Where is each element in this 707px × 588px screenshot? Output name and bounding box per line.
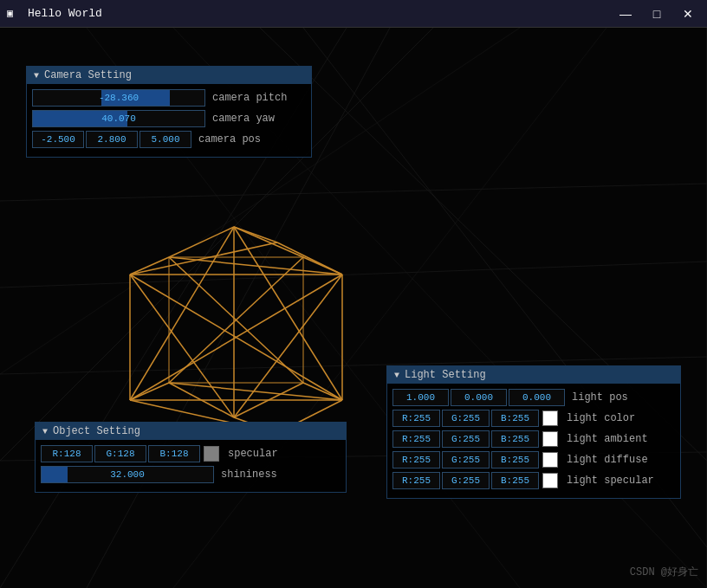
shininess-row: 32.000 shininess xyxy=(41,466,341,483)
svg-line-39 xyxy=(234,227,342,400)
light-color-label: light color xyxy=(567,412,635,424)
camera-pitch-input[interactable]: -28.360 xyxy=(32,89,205,107)
camera-pos-row: -2.500 2.800 5.000 camera pos xyxy=(32,131,306,148)
camera-pos-z-input[interactable]: 5.000 xyxy=(139,131,191,148)
light-panel-arrow: ▼ xyxy=(394,371,399,380)
specular-row: R:128 G:128 B:128 specular xyxy=(41,445,341,462)
light-panel-title: Light Setting xyxy=(405,369,486,381)
light-diffuse-r-input[interactable]: R:255 xyxy=(392,451,440,468)
light-panel-content: 1.000 0.000 0.000 light pos R:255 G:2 xyxy=(387,384,680,498)
object-panel-arrow: ▼ xyxy=(42,427,48,436)
camera-yaw-input[interactable]: 40.070 xyxy=(32,110,205,127)
viewport: ▼ Camera Setting -28.360 camera pitch 40… xyxy=(0,28,707,588)
minimize-button[interactable]: — xyxy=(613,4,638,23)
light-diffuse-g-input[interactable]: G:255 xyxy=(442,451,490,468)
title-bar: ▣ Hello World — □ ✕ xyxy=(0,0,707,28)
object-panel-content: R:128 G:128 B:128 specular 32.000 shinin… xyxy=(36,440,346,492)
specular-label: specular xyxy=(228,448,278,460)
light-color-b-input[interactable]: B:255 xyxy=(491,410,539,427)
light-panel: ▼ Light Setting 1.000 0.000 0.000 light … xyxy=(386,365,681,499)
light-specular-b-input[interactable]: B:255 xyxy=(491,472,539,489)
light-diffuse-swatch[interactable] xyxy=(542,452,558,468)
camera-yaw-label: camera yaw xyxy=(212,113,275,125)
light-specular-row: R:255 G:255 B:255 light specular xyxy=(392,472,675,489)
svg-line-40 xyxy=(130,275,234,417)
light-diffuse-b-input[interactable]: B:255 xyxy=(491,451,539,468)
specular-g-input[interactable]: G:128 xyxy=(94,445,146,462)
object-panel-header: ▼ Object Setting xyxy=(36,423,346,440)
svg-line-1 xyxy=(0,262,707,288)
camera-pos-x-input[interactable]: -2.500 xyxy=(32,131,84,148)
watermark: CSDN @好身亡 xyxy=(630,565,698,579)
light-color-r-input[interactable]: R:255 xyxy=(392,410,440,427)
light-ambient-swatch[interactable] xyxy=(542,431,558,447)
svg-line-16 xyxy=(234,227,303,257)
specular-b-input[interactable]: B:128 xyxy=(148,445,200,462)
light-pos-row: 1.000 0.000 0.000 light pos xyxy=(392,389,675,406)
shininess-input[interactable]: 32.000 xyxy=(41,466,214,483)
light-ambient-row: R:255 G:255 B:255 light ambient xyxy=(392,430,675,448)
camera-panel-content: -28.360 camera pitch 40.070 camera yaw -… xyxy=(27,84,311,157)
light-color-row: R:255 G:255 B:255 light color xyxy=(392,410,675,427)
svg-line-22 xyxy=(130,257,169,275)
camera-pos-label: camera pos xyxy=(198,133,261,145)
object-panel: ▼ Object Setting R:128 G:128 B:128 specu… xyxy=(35,422,347,493)
light-ambient-label: light ambient xyxy=(567,433,648,445)
svg-line-0 xyxy=(0,184,707,201)
shininess-label: shininess xyxy=(221,468,277,481)
camera-yaw-row: 40.070 camera yaw xyxy=(32,110,306,127)
light-ambient-r-input[interactable]: R:255 xyxy=(392,430,440,448)
close-button[interactable]: ✕ xyxy=(676,4,700,23)
light-specular-label: light specular xyxy=(567,475,654,487)
light-ambient-b-input[interactable]: B:255 xyxy=(491,430,539,448)
app-icon: ▣ xyxy=(7,7,21,21)
camera-panel: ▼ Camera Setting -28.360 camera pitch 40… xyxy=(26,66,312,158)
svg-line-26 xyxy=(130,242,277,275)
light-specular-g-input[interactable]: G:255 xyxy=(442,472,490,489)
light-ambient-g-input[interactable]: G:255 xyxy=(442,430,490,448)
camera-panel-header: ▼ Camera Setting xyxy=(27,67,311,84)
light-pos-z-input[interactable]: 0.000 xyxy=(509,389,565,406)
svg-line-27 xyxy=(277,242,342,275)
camera-pitch-row: -28.360 camera pitch xyxy=(32,89,306,107)
specular-color-swatch[interactable] xyxy=(204,446,219,462)
camera-panel-title: Camera Setting xyxy=(44,69,132,81)
light-color-g-input[interactable]: G:255 xyxy=(442,410,490,427)
svg-line-25 xyxy=(234,227,277,242)
light-specular-swatch[interactable] xyxy=(542,473,558,488)
camera-pitch-label: camera pitch xyxy=(212,92,287,104)
window-title: Hello World xyxy=(28,7,613,20)
specular-r-input[interactable]: R:128 xyxy=(41,445,93,462)
light-diffuse-label: light diffuse xyxy=(567,454,648,466)
object-panel-title: Object Setting xyxy=(53,425,140,437)
light-pos-label: light pos xyxy=(572,391,628,404)
light-panel-header: ▼ Light Setting xyxy=(387,366,680,384)
light-diffuse-row: R:255 G:255 B:255 light diffuse xyxy=(392,451,675,468)
light-pos-x-input[interactable]: 1.000 xyxy=(392,389,449,406)
maximize-button[interactable]: □ xyxy=(645,4,669,23)
camera-pos-y-input[interactable]: 2.800 xyxy=(86,131,138,148)
light-specular-r-input[interactable]: R:255 xyxy=(392,472,440,489)
camera-panel-arrow: ▼ xyxy=(34,71,39,81)
light-color-swatch[interactable] xyxy=(542,410,558,426)
window-controls: — □ ✕ xyxy=(613,4,700,23)
light-pos-y-input[interactable]: 0.000 xyxy=(451,389,507,406)
